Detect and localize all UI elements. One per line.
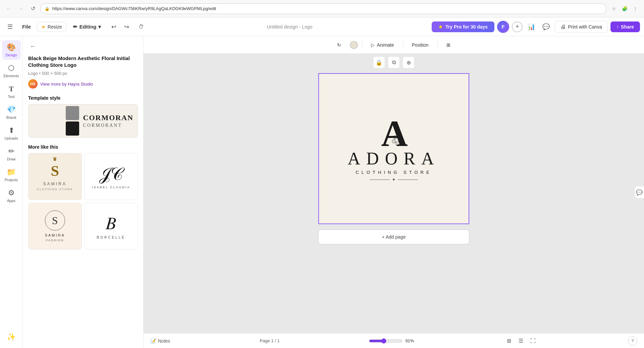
design-title: Untitled design - Logo — [263, 22, 316, 32]
add-user-button[interactable]: + — [512, 21, 523, 32]
samira-sub: CLOTHING STORE — [37, 188, 73, 191]
bookmark-button[interactable]: ☆ — [609, 4, 619, 13]
logo-monogram-container: A — [381, 115, 406, 152]
template-title: Black Beige Modern Aesthetic Floral Init… — [28, 55, 138, 68]
draw-icon: ✏ — [8, 147, 14, 156]
more-options-button[interactable]: ⋮ — [631, 4, 640, 13]
swatch-gray — [66, 106, 79, 120]
file-button[interactable]: File — [19, 22, 34, 32]
template-card-samira2[interactable]: S SAMIRA FASHION — [28, 203, 82, 250]
more-icon: ⊕ — [407, 59, 411, 66]
brand-icon: 💎 — [7, 105, 16, 114]
separator3 — [437, 41, 438, 49]
isabel-monogram: 𝒥𝒞 — [100, 164, 122, 184]
copy-action-button[interactable]: ⧉ — [388, 56, 400, 68]
zoom-value: 91% — [405, 338, 414, 343]
sidebar-item-draw[interactable]: ✏ Draw — [2, 144, 21, 164]
template-meta: Logo • 500 × 500 px — [28, 71, 138, 76]
template-card-isabel[interactable]: 𝒥𝒞 ISABEL CLAUDIA — [85, 153, 138, 200]
sidebar-brand-label: Brand — [6, 115, 16, 119]
filter-button[interactable]: ⊞ — [442, 40, 455, 50]
color-preview[interactable] — [350, 41, 358, 49]
sidebar-text-label: Text — [8, 95, 14, 99]
extensions-button[interactable]: 🧩 — [620, 4, 629, 13]
share-label: Share — [621, 24, 634, 30]
fullscreen-button[interactable]: ⛶ — [528, 336, 538, 346]
canvas-area: ↻ ▷ Animate Position ⊞ 🔒 ⧉ — [144, 36, 644, 348]
divider-ornament: ✦ — [392, 177, 396, 182]
elements-icon: ⬡ — [8, 64, 14, 72]
timer-button[interactable]: ⏱ — [135, 21, 147, 33]
position-label: Position — [412, 42, 429, 48]
sidebar-item-elements[interactable]: ⬡ Elements — [2, 61, 21, 81]
sidebar-item-magic[interactable]: ✨ — [2, 330, 21, 344]
author-link[interactable]: View more by Hayra Studio — [40, 82, 93, 87]
object-toolbar: ↻ ▷ Animate Position ⊞ — [144, 36, 644, 54]
list-view-button[interactable]: ☰ — [516, 336, 526, 346]
sidebar-item-design[interactable]: 🎨 Design — [2, 40, 21, 60]
print-button[interactable]: 🖨 Print with Canva — [555, 21, 608, 33]
notes-icon: 📝 — [150, 338, 156, 344]
swatch-dark — [66, 121, 79, 136]
back-nav-button[interactable]: ← — [4, 4, 13, 13]
template-card-samira[interactable]: S SAMIRA CLOTHING STORE — [28, 153, 82, 200]
add-page-label: + Add page — [382, 234, 406, 240]
user-avatar[interactable]: F — [497, 21, 509, 33]
sidebar-item-text[interactable]: T Text — [2, 82, 21, 101]
sidebar-item-apps[interactable]: ⚙ Apps — [2, 186, 21, 205]
magic-icon: ✨ — [7, 333, 16, 341]
template-style-card[interactable]: CORMORAN CORMORANT — [28, 104, 138, 138]
refresh-button[interactable]: ↻ — [332, 40, 346, 50]
sidebar-draw-label: Draw — [7, 157, 16, 161]
editing-button[interactable]: ✏ Editing ▾ — [69, 22, 105, 32]
grid-view-button[interactable]: ⊞ — [503, 336, 514, 346]
left-sidebar: 🎨 Design ⬡ Elements T Text 💎 Brand ⬆ Upl… — [0, 36, 23, 348]
sidebar-item-uploads[interactable]: ⬆ Uploads — [2, 123, 21, 143]
share-button[interactable]: ↑ Share — [610, 21, 640, 32]
sidebar-uploads-label: Uploads — [4, 136, 18, 140]
animate-button[interactable]: ▷ Animate — [366, 40, 398, 50]
hamburger-button[interactable]: ☰ — [4, 21, 16, 33]
canvas-design[interactable]: A ADORA — [318, 73, 469, 224]
add-page-bar[interactable]: + Add page — [318, 230, 469, 244]
projects-icon: 📁 — [7, 168, 16, 177]
style-text-col: CORMORAN CORMORANT — [83, 113, 133, 128]
feedback-tab[interactable]: 💬 — [634, 186, 644, 198]
back-button[interactable]: ← — [28, 42, 38, 51]
sidebar-item-brand[interactable]: 💎 Brand — [2, 103, 21, 122]
feedback-icon: 💬 — [636, 189, 643, 195]
zoom-slider[interactable] — [369, 338, 402, 344]
page-info: Page 1 / 1 — [260, 338, 279, 343]
help-button[interactable]: ? — [628, 336, 637, 346]
filter-icon: ⊞ — [446, 42, 450, 48]
more-action-button[interactable]: ⊕ — [402, 56, 415, 68]
forward-nav-button[interactable]: → — [16, 4, 25, 13]
uploads-icon: ⬆ — [8, 126, 14, 135]
refresh-nav-button[interactable]: ↺ — [28, 4, 38, 13]
svg-line-6 — [394, 137, 395, 141]
try-pro-button[interactable]: ★ Try Pro for 30 days — [432, 21, 494, 32]
template-card-borcelle[interactable]: 𝐵 BORCELLE — [85, 203, 138, 250]
lock-action-button[interactable]: 🔒 — [373, 56, 385, 68]
analytics-button[interactable]: 📊 — [525, 21, 537, 33]
resize-label: Resize — [48, 24, 62, 30]
position-button[interactable]: Position — [407, 40, 433, 50]
sidebar-item-projects[interactable]: 📁 Projects — [2, 165, 21, 185]
browser-bar: ← → ↺ 🔒 https://www.canva.com/design/DAG… — [0, 0, 644, 17]
share-icon: ↑ — [616, 24, 619, 30]
address-bar[interactable]: 🔒 https://www.canva.com/design/DAGWc756K… — [40, 3, 606, 14]
comment-button[interactable]: 💬 — [540, 21, 552, 33]
view-buttons: ⊞ ☰ ⛶ — [503, 336, 538, 346]
style-text-sub: CORMORANT — [83, 123, 133, 128]
panel-header: ← — [28, 42, 138, 51]
undo-button[interactable]: ↩ — [108, 21, 120, 33]
logo-divider: ✦ — [370, 177, 418, 182]
pencil-icon: ✏ — [73, 24, 77, 30]
redo-button[interactable]: ↪ — [120, 21, 132, 33]
main-layout: 🎨 Design ⬡ Elements T Text 💎 Brand ⬆ Upl… — [0, 36, 644, 348]
template-style-label: Template style — [28, 95, 138, 101]
top-toolbar: ☰ File ★ Resize ✏ Editing ▾ ↩ ↪ ⏱ Untitl… — [0, 17, 644, 36]
undo-redo-group: ↩ ↪ — [108, 21, 132, 33]
notes-button[interactable]: 📝 Notes — [150, 338, 170, 344]
resize-button[interactable]: ★ Resize — [37, 22, 66, 32]
